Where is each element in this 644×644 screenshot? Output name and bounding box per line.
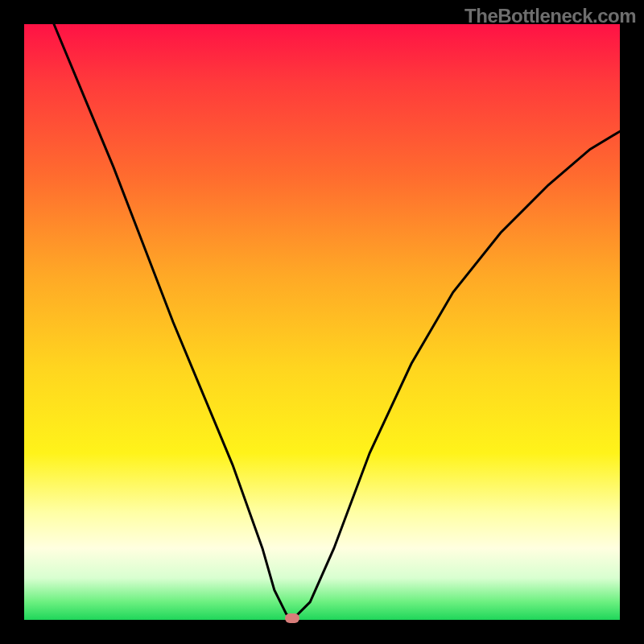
- minimum-marker: [285, 613, 299, 623]
- bottleneck-curve: [24, 24, 620, 620]
- chart-frame: [24, 24, 620, 620]
- watermark-text: TheBottleneck.com: [464, 5, 636, 27]
